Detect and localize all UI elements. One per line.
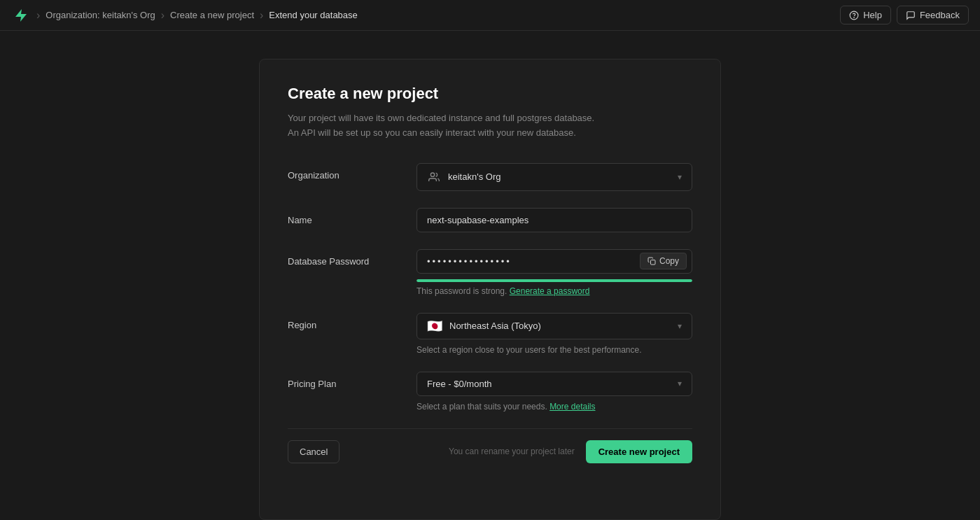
main-content: Create a new project Your project will h… [0, 31, 980, 520]
region-hint: Select a region close to your users for … [416, 345, 692, 355]
region-label: Region [288, 313, 400, 330]
password-wrapper: Copy [416, 249, 692, 274]
region-flag: 🇯🇵 [427, 320, 442, 332]
cancel-button[interactable]: Cancel [288, 440, 340, 463]
password-hint: This password is strong. Generate a pass… [416, 286, 692, 296]
rename-hint: You can rename your project later [449, 447, 575, 456]
create-project-card: Create a new project Your project will h… [259, 59, 721, 520]
org-value: keitakn's Org [448, 171, 500, 182]
name-row: Name [288, 208, 692, 232]
topnav: › Organization: keitakn's Org › Create a… [0, 0, 980, 31]
password-strength-bar [416, 279, 692, 282]
plan-hint: Select a plan that suits your needs. Mor… [416, 402, 692, 412]
org-select[interactable]: keitakn's Org ▾ [416, 163, 692, 191]
copy-icon [648, 257, 656, 265]
region-value: Northeast Asia (Tokyo) [449, 321, 541, 331]
password-strength-fill [416, 279, 692, 282]
help-button[interactable]: Help [840, 6, 891, 24]
region-select[interactable]: 🇯🇵 Northeast Asia (Tokyo) ▾ [416, 313, 692, 339]
name-label: Name [288, 208, 400, 225]
topnav-actions: Help Feedback [840, 6, 969, 24]
feedback-button[interactable]: Feedback [897, 6, 969, 24]
generate-password-link[interactable]: Generate a password [510, 286, 590, 296]
project-name-input[interactable] [416, 208, 692, 232]
pricing-select[interactable]: Free - $0/month ▾ [416, 372, 692, 396]
breadcrumb-extend: Extend your database [269, 10, 357, 20]
message-icon [906, 10, 916, 20]
pricing-label: Pricing Plan [288, 372, 400, 389]
pricing-row: Pricing Plan Free - $0/month ▾ Select a … [288, 372, 692, 412]
org-icon [427, 170, 441, 184]
region-control: 🇯🇵 Northeast Asia (Tokyo) ▾ Select a reg… [416, 313, 692, 355]
more-details-link[interactable]: More details [550, 402, 595, 412]
password-row: Database Password Copy Thi [288, 249, 692, 296]
org-chevron-icon: ▾ [678, 172, 682, 182]
breadcrumb-sep-3: › [260, 9, 263, 22]
org-row: Organization keitakn's Org [288, 163, 692, 191]
svg-rect-3 [650, 260, 655, 265]
copy-button[interactable]: Copy [640, 253, 687, 269]
svg-point-1 [854, 17, 855, 17]
pricing-chevron-icon: ▾ [678, 379, 682, 388]
breadcrumb-sep-2: › [161, 9, 164, 22]
region-row: Region 🇯🇵 Northeast Asia (Tokyo) ▾ Selec… [288, 313, 692, 355]
breadcrumb-new-project[interactable]: Create a new project [170, 10, 254, 20]
breadcrumb-org[interactable]: Organization: keitakn's Org [46, 10, 155, 20]
org-control: keitakn's Org ▾ [416, 163, 692, 191]
svg-point-2 [430, 173, 434, 176]
password-control: Copy This password is strong. Generate a… [416, 249, 692, 296]
org-label: Organization [288, 163, 400, 181]
password-label: Database Password [288, 249, 400, 267]
help-icon [849, 10, 859, 20]
region-chevron-icon: ▾ [678, 321, 682, 331]
create-project-button[interactable]: Create new project [586, 440, 692, 463]
card-description: Your project will have its own dedicated… [288, 111, 692, 141]
pricing-value: Free - $0/month [427, 379, 492, 389]
footer-right: You can rename your project later Create… [449, 440, 692, 463]
logo[interactable] [11, 6, 31, 25]
page-title: Create a new project [288, 85, 692, 103]
card-footer: Cancel You can rename your project later… [288, 428, 692, 463]
pricing-control: Free - $0/month ▾ Select a plan that sui… [416, 372, 692, 412]
breadcrumb-sep-1: › [36, 9, 40, 22]
name-control [416, 208, 692, 232]
